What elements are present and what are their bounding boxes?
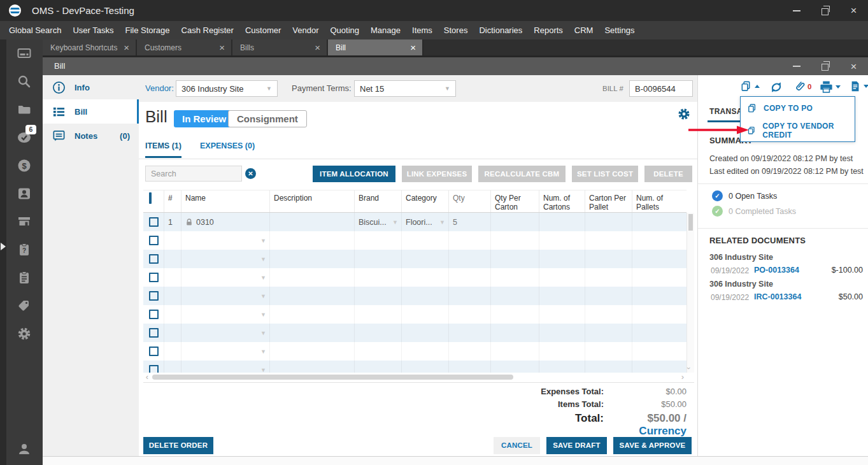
- menu-global-search[interactable]: Global Search: [3, 21, 67, 39]
- finance-dollar-icon[interactable]: $: [17, 158, 32, 173]
- column-header[interactable]: Carton Per Pallet: [585, 190, 632, 212]
- sidebar-expand-arrow-icon[interactable]: [1, 243, 6, 250]
- tab-customers[interactable]: Customers ×: [137, 39, 232, 55]
- chevron-down-icon[interactable]: ▼: [260, 367, 266, 373]
- row-checkbox[interactable]: [149, 291, 159, 301]
- scroll-left-icon[interactable]: ‹: [143, 372, 151, 382]
- nav-item-bill[interactable]: Bill: [43, 99, 139, 124]
- tab-expenses[interactable]: EXPENSES (0): [200, 141, 255, 150]
- save-approve-button[interactable]: SAVE & APPROVE: [613, 437, 692, 454]
- row-checkbox[interactable]: [149, 273, 159, 282]
- bill-close-button[interactable]: ×: [839, 57, 868, 75]
- tab-bills[interactable]: Bills ×: [232, 39, 328, 55]
- set-list-cost-button[interactable]: SET LIST COST: [572, 166, 638, 182]
- close-tab-icon[interactable]: ×: [124, 43, 129, 52]
- column-header[interactable]: Qty: [449, 190, 491, 212]
- chevron-down-icon[interactable]: ▼: [392, 219, 398, 225]
- menu-quoting[interactable]: Quoting: [324, 21, 365, 39]
- horizontal-scrollbar[interactable]: ‹ ›: [143, 373, 687, 381]
- table-row[interactable]: ▼: [143, 250, 687, 268]
- orders-clipboard-icon[interactable]: [17, 270, 32, 285]
- menu-item-copy-to-po[interactable]: COPY TO PO: [741, 97, 855, 119]
- tab-items[interactable]: ITEMS (1): [145, 141, 181, 158]
- cell-carton-per-pallet[interactable]: [585, 213, 632, 231]
- select-all-checkbox[interactable]: [149, 192, 152, 204]
- vendor-select[interactable]: 306 Industry Site ▼: [176, 80, 278, 97]
- item-allocation-button[interactable]: ITEM ALLOCATION: [313, 166, 395, 182]
- menu-item-copy-to-vendor-credit[interactable]: COPY TO VENDOR CREDIT: [741, 119, 855, 141]
- menu-vendor[interactable]: Vendor: [287, 21, 324, 39]
- menu-items[interactable]: Items: [406, 21, 438, 39]
- delete-button[interactable]: DELETE: [644, 166, 692, 182]
- table-row[interactable]: ▼: [143, 231, 687, 250]
- table-row[interactable]: ▼: [143, 342, 687, 361]
- contacts-icon[interactable]: [17, 186, 32, 201]
- stores-icon[interactable]: [17, 214, 32, 229]
- column-header[interactable]: Brand: [355, 190, 402, 212]
- nav-item-notes[interactable]: Notes (0): [43, 124, 139, 148]
- completed-tasks-text[interactable]: 0 Completed Tasks: [729, 207, 796, 216]
- column-header[interactable]: Category: [402, 190, 449, 212]
- menu-crm[interactable]: CRM: [569, 21, 599, 39]
- vertical-scrollbar[interactable]: ›: [687, 213, 694, 373]
- search-input[interactable]: [145, 166, 242, 182]
- row-checkbox[interactable]: [149, 254, 159, 264]
- payment-terms-select[interactable]: Net 15 ▼: [354, 80, 456, 97]
- cell-name[interactable]: 0310: [181, 213, 270, 231]
- chevron-down-icon[interactable]: ▼: [260, 256, 266, 262]
- bill-number-input[interactable]: [629, 80, 693, 97]
- close-tab-icon[interactable]: ×: [315, 43, 320, 52]
- column-header[interactable]: Qty Per Carton: [491, 190, 539, 212]
- menu-settings[interactable]: Settings: [599, 21, 640, 39]
- cancel-button[interactable]: CANCEL: [494, 437, 540, 454]
- column-header[interactable]: Name: [181, 190, 270, 212]
- cell-description[interactable]: [270, 213, 355, 231]
- table-row[interactable]: ▼: [143, 324, 687, 342]
- link-expenses-button[interactable]: LINK EXPENSES: [402, 166, 472, 182]
- print-menu-button[interactable]: [820, 80, 841, 94]
- recalculate-cbm-button[interactable]: RECALCULATE CBM: [478, 166, 566, 182]
- close-tab-icon[interactable]: ×: [410, 43, 416, 52]
- bill-minimize-button[interactable]: [782, 57, 811, 75]
- cell-category[interactable]: Floori...▼: [402, 213, 449, 231]
- bill-settings-gear-icon[interactable]: [677, 107, 691, 124]
- cell-num-cartons[interactable]: [539, 213, 585, 231]
- table-row[interactable]: 1 0310 Biscui...▼ Floori...▼ 5: [143, 213, 687, 231]
- restore-button[interactable]: [811, 0, 839, 21]
- chevron-down-icon[interactable]: ▼: [260, 293, 266, 299]
- close-button[interactable]: ×: [839, 0, 868, 21]
- menu-customer[interactable]: Customer: [239, 21, 287, 39]
- refresh-button[interactable]: [769, 80, 783, 94]
- attachments-button[interactable]: 0: [793, 80, 811, 93]
- vertical-scrollbar-thumb[interactable]: [688, 214, 693, 231]
- menu-reports[interactable]: Reports: [528, 21, 569, 39]
- minimize-button[interactable]: [782, 0, 811, 21]
- scroll-right-icon[interactable]: ›: [679, 372, 687, 382]
- column-header[interactable]: Num. of Pallets: [632, 190, 687, 212]
- settings-gear-icon[interactable]: [17, 326, 32, 341]
- menu-manage[interactable]: Manage: [365, 21, 406, 39]
- table-row[interactable]: ▼: [143, 305, 687, 324]
- cash-register-icon[interactable]: [17, 46, 32, 61]
- nav-item-info[interactable]: Info: [43, 75, 139, 99]
- delete-order-button[interactable]: DELETE ORDER: [143, 437, 213, 454]
- chevron-down-icon[interactable]: ▼: [260, 330, 266, 336]
- close-tab-icon[interactable]: ×: [219, 43, 225, 52]
- tags-icon[interactable]: [17, 298, 32, 313]
- tab-keyboard-shortcuts[interactable]: Keyboard Shortcuts ×: [43, 39, 137, 55]
- related-doc-link-irc[interactable]: IRC-0013364: [754, 292, 801, 301]
- table-row[interactable]: ▼: [143, 268, 687, 287]
- copy-menu-button[interactable]: [740, 80, 760, 92]
- menu-cash-register[interactable]: Cash Register: [176, 21, 239, 39]
- row-checkbox[interactable]: [149, 217, 159, 227]
- related-doc-link-po[interactable]: PO-0013364: [754, 266, 799, 275]
- search-icon[interactable]: [17, 74, 32, 89]
- column-header[interactable]: #: [164, 190, 181, 212]
- cell-num-pallets[interactable]: [632, 213, 687, 231]
- open-tasks-text[interactable]: 0 Open Tasks: [729, 192, 777, 201]
- currency-link[interactable]: Currency: [639, 425, 687, 437]
- menu-dictionaries[interactable]: Dictionaries: [473, 21, 528, 39]
- row-checkbox[interactable]: [149, 347, 159, 356]
- save-draft-button[interactable]: SAVE DRAFT: [546, 437, 607, 454]
- column-header[interactable]: Description: [270, 190, 355, 212]
